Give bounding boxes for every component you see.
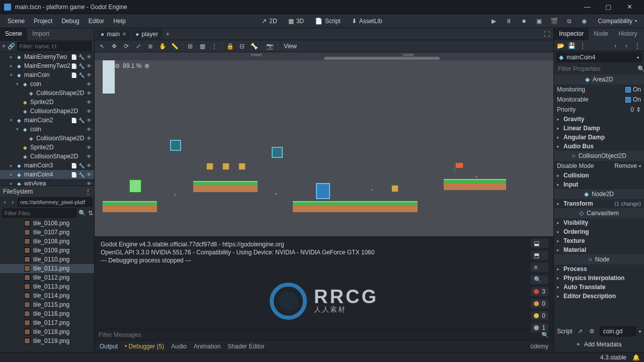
output-filter-input[interactable] — [99, 331, 540, 338]
file-item[interactable]: tile_0110.png — [0, 255, 94, 264]
history-tab[interactable]: History — [613, 28, 642, 40]
property-row[interactable]: MonitoringOn — [554, 84, 644, 95]
inspector-filter-input[interactable] — [556, 64, 635, 73]
zoom-out-icon[interactable]: ⊖ — [115, 62, 120, 69]
rotate-tool-icon[interactable]: ⟳ — [122, 42, 131, 51]
gizmo-handle[interactable]: + — [275, 191, 278, 197]
select-tool-icon[interactable]: ↖ — [98, 42, 107, 51]
menu-help[interactable]: Help — [109, 16, 130, 27]
menu-debug[interactable]: Debug — [57, 16, 84, 27]
manage-history-icon[interactable]: ⋮ — [633, 41, 642, 50]
workspace-tab-assetlib[interactable]: ⬇AssetLib — [348, 16, 386, 27]
scene-dock-tab[interactable]: Scene — [0, 28, 27, 40]
property-group[interactable]: ▸Audio Bus — [554, 142, 644, 151]
property-group[interactable]: ▸Physics Interpolation — [554, 274, 644, 283]
tree-node[interactable]: ◆CollisionShape2D👁 — [0, 107, 94, 116]
instance-scene-button[interactable]: 🔗 — [8, 42, 15, 51]
warning-count[interactable]: 0 — [531, 299, 548, 308]
close-tab-icon[interactable]: ✕ — [122, 31, 126, 37]
property-row[interactable]: Priority0⇕ — [554, 105, 644, 115]
renderer-dropdown[interactable]: Compatibility▾ — [594, 18, 641, 25]
filesystem-list[interactable]: tile_0106.pngtile_0107.pngtile_0108.pngt… — [0, 219, 94, 352]
property-group[interactable]: ▸Ordering — [554, 227, 644, 236]
property-group[interactable]: ▸Collision — [554, 171, 644, 180]
file-item[interactable]: tile_0118.png — [0, 327, 94, 336]
tree-node[interactable]: ◆Sprite2D👁 — [0, 98, 94, 107]
scene-filter-input[interactable] — [17, 42, 92, 51]
script-value[interactable]: coin.gd — [600, 326, 636, 336]
ruler-tool-icon[interactable]: 📏 — [170, 42, 179, 51]
property-group[interactable]: ▸Linear Damp — [554, 124, 644, 133]
forward-button[interactable]: › — [10, 198, 16, 207]
info-count[interactable]: 0 — [531, 311, 548, 320]
zoom-indicator[interactable]: ⊖ 89.1 % ⊕ — [115, 62, 149, 69]
property-group[interactable]: ▸Transform(1 change) — [554, 199, 644, 208]
notifications-icon[interactable]: 🔔 — [632, 354, 640, 361]
list-tool-icon[interactable]: ≣ — [146, 42, 155, 51]
scale-tool-icon[interactable]: ⤢ — [134, 42, 143, 51]
file-item[interactable]: tile_0115.png — [0, 300, 94, 309]
file-item[interactable]: tile_0108.png — [0, 237, 94, 246]
pause-button[interactable]: ⏸ — [503, 16, 514, 27]
scene-tab[interactable]: ●main✕ — [97, 29, 130, 39]
history-fwd-icon[interactable]: › — [622, 41, 631, 50]
clear-output-icon[interactable]: ≡ — [531, 263, 548, 272]
scene-tree[interactable]: ▸◆MainEnemyTwo📄🔧👁▸◆MainEnemyTwo2📄🔧👁▾◆mai… — [0, 52, 94, 186]
error-count[interactable]: 3 — [531, 287, 548, 296]
file-item[interactable]: tile_0109.png — [0, 246, 94, 255]
menu-scene[interactable]: Scene — [3, 16, 29, 27]
tree-node[interactable]: ▸◆MainEnemyTwo📄🔧👁 — [0, 52, 94, 61]
inspector-section-header[interactable]: ○CollisionObject2D — [554, 151, 644, 161]
expand-output-icon[interactable]: ⬒ — [531, 251, 548, 260]
save-resource-icon[interactable]: 💾 — [567, 41, 576, 50]
play-custom-button[interactable]: ⧉ — [564, 16, 575, 27]
output-console[interactable]: Godot Engine v4.3.stable.official.77dcf9… — [95, 237, 553, 329]
close-button[interactable]: ✕ — [619, 0, 640, 14]
bottom-tab[interactable]: Audio — [171, 343, 187, 350]
file-item[interactable]: tile_0116.png — [0, 309, 94, 318]
file-item[interactable]: tile_0117.png — [0, 318, 94, 327]
tree-node[interactable]: ◆CollisionShape2D👁 — [0, 88, 94, 98]
file-item[interactable]: tile_0114.png — [0, 291, 94, 300]
search-icon[interactable]: 🔍 — [78, 209, 86, 218]
property-group[interactable]: ▸Gravity — [554, 115, 644, 124]
move-tool-icon[interactable]: ✥ — [110, 42, 119, 51]
file-item[interactable]: tile_0112.png — [0, 273, 94, 282]
bottom-tab[interactable]: Animation — [194, 343, 220, 350]
inspected-node-chip[interactable]: ◆ mainCoin4 ▾ — [556, 52, 642, 62]
search-icon[interactable]: 🔍 — [637, 64, 644, 73]
bottom-tab[interactable]: • Debugger (5) — [125, 343, 164, 350]
inspector-body[interactable]: ◆Area2DMonitoringOnMonitorableOnPriority… — [554, 74, 644, 326]
tree-node[interactable]: ◆CollisionShape2D👁 — [0, 152, 94, 161]
skeleton-icon[interactable]: 🦴 — [250, 42, 259, 51]
import-dock-tab[interactable]: Import — [27, 28, 54, 40]
property-group[interactable]: ▸Angular Damp — [554, 133, 644, 142]
tree-node[interactable]: ▾◆mainCoin📄🔧👁 — [0, 70, 94, 79]
sort-icon[interactable]: ⇅ — [88, 209, 93, 218]
tree-node[interactable]: ▾◆coin👁 — [0, 125, 94, 134]
node-tab[interactable]: Node — [589, 28, 613, 40]
minimize-button[interactable]: — — [577, 0, 598, 14]
property-group[interactable]: ▸Editor Description — [554, 292, 644, 301]
gizmo-handle[interactable]: + — [370, 187, 373, 193]
property-row[interactable]: MonitorableOn — [554, 95, 644, 105]
stop-button[interactable]: ■ — [518, 16, 529, 27]
tree-node[interactable]: ▸◆mainCoin4📄🔧👁 — [0, 170, 94, 179]
bottom-tab[interactable]: Output — [100, 343, 118, 350]
filesystem-menu-icon[interactable]: ⋮ — [85, 188, 91, 195]
file-item[interactable]: tile_0106.png — [0, 219, 94, 228]
tree-node[interactable]: ▸◆MainEnemyTwo2📄🔧👁 — [0, 61, 94, 70]
property-group[interactable]: ▸Texture — [554, 236, 644, 245]
viewport-scrollbar-h[interactable] — [103, 56, 553, 60]
file-item[interactable]: tile_0111.png — [0, 264, 94, 273]
property-group[interactable]: ▸Auto Translate — [554, 283, 644, 292]
menu-editor[interactable]: Editor — [84, 16, 109, 27]
inspector-section-header[interactable]: ◆Area2D — [554, 74, 644, 84]
tree-node[interactable]: ◆Sprite2D👁 — [0, 143, 94, 152]
property-row[interactable]: Disable ModeRemove▾ — [554, 161, 644, 171]
workspace-tab-3d[interactable]: ▦3D — [284, 16, 308, 27]
group-icon[interactable]: ⊟ — [237, 42, 247, 51]
inspector-section-header[interactable]: ◇CanvasItem — [554, 208, 644, 218]
movie-button[interactable]: ◉ — [579, 16, 590, 27]
inspector-tab[interactable]: Inspector — [554, 28, 589, 40]
